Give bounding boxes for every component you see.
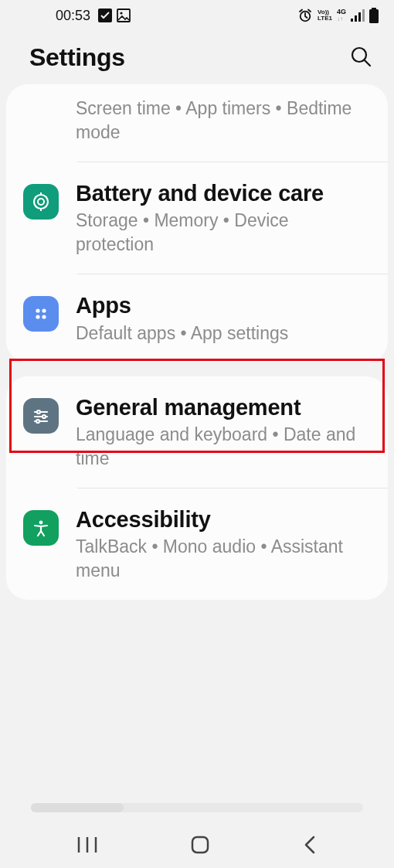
settings-item-apps[interactable]: Apps Default apps • App settings bbox=[6, 274, 388, 362]
network-4g-icon: 4G↓↑ bbox=[337, 9, 346, 22]
alarm-icon bbox=[297, 8, 313, 23]
settings-card-2: General management Language and keyboard… bbox=[6, 376, 388, 601]
svg-line-11 bbox=[365, 60, 370, 66]
settings-item-accessibility[interactable]: Accessibility TalkBack • Mono audio • As… bbox=[6, 488, 388, 600]
svg-rect-6 bbox=[358, 12, 361, 22]
item-title: Battery and device care bbox=[76, 179, 371, 207]
scrollbar[interactable] bbox=[31, 803, 363, 812]
svg-point-21 bbox=[42, 415, 46, 418]
item-sub: Default apps • App settings bbox=[76, 322, 371, 345]
item-sub: Language and keyboard • Date and time bbox=[76, 423, 371, 471]
svg-point-15 bbox=[42, 309, 46, 313]
settings-header: Settings bbox=[0, 31, 394, 84]
accessibility-icon bbox=[23, 510, 59, 546]
item-title: Apps bbox=[76, 291, 371, 319]
checkbox-icon bbox=[98, 9, 112, 22]
nav-back[interactable] bbox=[303, 835, 317, 855]
item-title: General management bbox=[76, 393, 371, 421]
status-bar: 00:53 Vo))LTE1 4G↓↑ bbox=[0, 0, 394, 31]
item-sub: Screen time • App timers • Bedtime mode bbox=[76, 97, 371, 145]
picture-icon bbox=[117, 9, 131, 22]
signal-icon bbox=[351, 9, 365, 22]
nav-recents[interactable] bbox=[77, 836, 97, 854]
svg-point-19 bbox=[37, 410, 40, 414]
settings-item-battery[interactable]: Battery and device care Storage • Memory… bbox=[6, 162, 388, 274]
svg-point-13 bbox=[38, 199, 44, 205]
general-management-icon bbox=[23, 398, 59, 434]
settings-item-digital-wellbeing-partial[interactable]: Screen time • App timers • Bedtime mode bbox=[6, 84, 388, 162]
battery-icon bbox=[369, 8, 379, 23]
apps-icon bbox=[23, 296, 59, 332]
settings-item-general-management[interactable]: General management Language and keyboard… bbox=[6, 376, 388, 488]
navigation-bar bbox=[0, 822, 394, 868]
svg-rect-28 bbox=[192, 837, 208, 853]
search-icon bbox=[349, 45, 372, 68]
settings-card-1: Screen time • App timers • Bedtime mode … bbox=[6, 84, 388, 363]
svg-point-12 bbox=[34, 195, 48, 209]
page-title: Settings bbox=[29, 43, 125, 72]
svg-rect-4 bbox=[351, 19, 353, 22]
svg-point-2 bbox=[120, 12, 122, 14]
svg-point-17 bbox=[42, 315, 46, 319]
item-title: Accessibility bbox=[76, 505, 371, 533]
item-sub: TalkBack • Mono audio • Assistant menu bbox=[76, 535, 371, 583]
home-icon bbox=[190, 835, 210, 855]
svg-point-23 bbox=[36, 420, 39, 423]
svg-rect-7 bbox=[362, 9, 365, 22]
svg-rect-8 bbox=[372, 8, 376, 9]
search-button[interactable] bbox=[349, 45, 372, 71]
svg-rect-5 bbox=[355, 15, 357, 22]
svg-point-14 bbox=[36, 309, 39, 313]
item-sub: Storage • Memory • Device protection bbox=[76, 209, 371, 257]
svg-rect-9 bbox=[369, 9, 379, 23]
recents-icon bbox=[77, 836, 97, 854]
status-time: 00:53 bbox=[56, 8, 90, 24]
nav-home[interactable] bbox=[190, 835, 210, 855]
volte-icon: Vo))LTE1 bbox=[318, 9, 332, 22]
back-icon bbox=[303, 835, 317, 855]
battery-care-icon bbox=[23, 184, 59, 220]
svg-point-16 bbox=[36, 315, 39, 319]
svg-point-24 bbox=[39, 521, 43, 525]
